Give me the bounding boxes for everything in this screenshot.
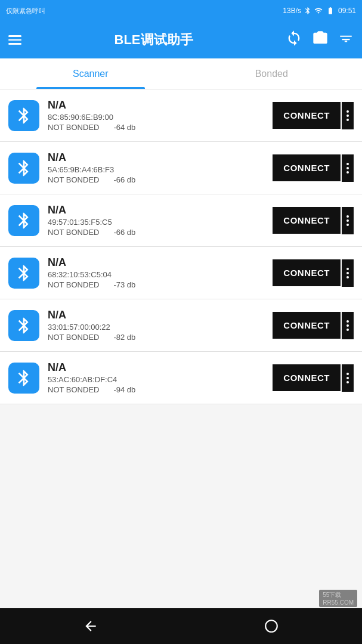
bluetooth-icon <box>8 258 39 289</box>
device-mac: 33:01:57:00:00:22 <box>48 323 264 332</box>
back-icon[interactable] <box>79 614 103 638</box>
device-name: N/A <box>48 99 264 112</box>
device-rssi: -73 db <box>113 280 135 289</box>
network-speed: 13B/s <box>283 7 301 15</box>
device-name: N/A <box>48 256 264 269</box>
device-status-row: NOT BONDED -64 db <box>48 123 264 132</box>
device-bond: NOT BONDED <box>48 280 99 289</box>
filter-icon[interactable] <box>338 30 354 49</box>
bluetooth-icon <box>8 100 39 131</box>
bluetooth-icon <box>8 205 39 236</box>
connect-area: CONNECT <box>273 102 354 129</box>
refresh-icon[interactable] <box>286 30 302 50</box>
device-rssi: -94 db <box>113 385 135 394</box>
device-name: N/A <box>48 361 264 374</box>
device-mac: 8C:85:90:6E:B9:00 <box>48 113 264 122</box>
svg-point-0 <box>266 620 278 632</box>
connect-area: CONNECT <box>273 154 354 182</box>
device-mac: 53:AC:60:AB:DF:C4 <box>48 375 264 384</box>
app-bar: BLE调试助手 <box>0 21 362 58</box>
device-info: N/A 33:01:57:00:00:22 NOT BONDED -82 db <box>48 309 264 342</box>
device-bond: NOT BONDED <box>48 123 99 132</box>
menu-icon[interactable] <box>8 35 21 45</box>
battery-icon <box>325 7 336 15</box>
time: 09:51 <box>338 7 356 15</box>
device-name: N/A <box>48 151 264 164</box>
device-info: N/A 5A:65:9B:A4:6B:F3 NOT BONDED -66 db <box>48 151 264 184</box>
bluetooth-icon <box>8 153 39 184</box>
device-mac: 49:57:01:35:F5:C5 <box>48 218 264 227</box>
connect-button[interactable]: CONNECT <box>273 364 341 391</box>
status-bar: 仅限紧急呼叫 13B/s 09:51 <box>0 0 362 21</box>
device-rssi: -64 db <box>113 123 135 132</box>
device-rssi: -66 db <box>113 228 135 237</box>
list-item: N/A 8C:85:90:6E:B9:00 NOT BONDED -64 db … <box>0 89 362 142</box>
signal-icon <box>314 7 323 15</box>
more-button[interactable] <box>342 207 354 234</box>
connect-area: CONNECT <box>273 259 354 287</box>
nav-bar <box>0 608 362 644</box>
device-status-row: NOT BONDED -82 db <box>48 333 264 342</box>
list-item: N/A 33:01:57:00:00:22 NOT BONDED -82 db … <box>0 299 362 352</box>
device-info: N/A 53:AC:60:AB:DF:C4 NOT BONDED -94 db <box>48 361 264 394</box>
device-bond: NOT BONDED <box>48 228 99 237</box>
list-item: N/A 68:32:10:53:C5:04 NOT BONDED -73 db … <box>0 247 362 299</box>
connect-button[interactable]: CONNECT <box>273 102 341 129</box>
device-status-row: NOT BONDED -66 db <box>48 175 264 184</box>
device-info: N/A 8C:85:90:6E:B9:00 NOT BONDED -64 db <box>48 99 264 132</box>
device-info: N/A 49:57:01:35:F5:C5 NOT BONDED -66 db <box>48 204 264 237</box>
device-bond: NOT BONDED <box>48 385 99 394</box>
connect-button[interactable]: CONNECT <box>273 259 341 286</box>
more-button[interactable] <box>342 364 354 392</box>
home-icon[interactable] <box>259 614 283 638</box>
device-mac: 5A:65:9B:A4:6B:F3 <box>48 165 264 174</box>
connect-area: CONNECT <box>273 364 354 392</box>
more-button[interactable] <box>342 312 354 339</box>
device-rssi: -66 db <box>113 175 135 184</box>
device-bond: NOT BONDED <box>48 175 99 184</box>
device-bond: NOT BONDED <box>48 333 99 342</box>
more-button[interactable] <box>342 259 354 287</box>
bluetooth-icon <box>8 363 39 394</box>
connect-button[interactable]: CONNECT <box>273 207 341 234</box>
bluetooth-status-icon <box>304 7 312 15</box>
connect-area: CONNECT <box>273 207 354 234</box>
list-item: N/A 53:AC:60:AB:DF:C4 NOT BONDED -94 db … <box>0 352 362 404</box>
emergency-text: 仅限紧急呼叫 <box>6 7 45 16</box>
device-list: N/A 8C:85:90:6E:B9:00 NOT BONDED -64 db … <box>0 89 362 608</box>
camera-icon[interactable] <box>312 30 329 50</box>
connect-button[interactable]: CONNECT <box>273 312 341 339</box>
status-right: 13B/s 09:51 <box>283 7 356 15</box>
more-button[interactable] <box>342 154 354 182</box>
device-status-row: NOT BONDED -73 db <box>48 280 264 289</box>
device-mac: 68:32:10:53:C5:04 <box>48 270 264 279</box>
device-status-row: NOT BONDED -66 db <box>48 228 264 237</box>
more-button[interactable] <box>342 102 354 129</box>
device-name: N/A <box>48 309 264 321</box>
device-status-row: NOT BONDED -94 db <box>48 385 264 394</box>
watermark: 55下载RR55.COM <box>319 590 357 607</box>
device-rssi: -82 db <box>113 333 135 342</box>
device-info: N/A 68:32:10:53:C5:04 NOT BONDED -73 db <box>48 256 264 289</box>
connect-button[interactable]: CONNECT <box>273 154 341 181</box>
tab-bar: Scanner Bonded <box>0 58 362 89</box>
device-name: N/A <box>48 204 264 216</box>
tab-scanner[interactable]: Scanner <box>0 58 181 89</box>
connect-area: CONNECT <box>273 312 354 339</box>
list-item: N/A 5A:65:9B:A4:6B:F3 NOT BONDED -66 db … <box>0 142 362 194</box>
list-item: N/A 49:57:01:35:F5:C5 NOT BONDED -66 db … <box>0 194 362 247</box>
tab-bonded[interactable]: Bonded <box>181 58 363 89</box>
app-title: BLE调试助手 <box>31 31 276 49</box>
bluetooth-icon <box>8 310 39 341</box>
